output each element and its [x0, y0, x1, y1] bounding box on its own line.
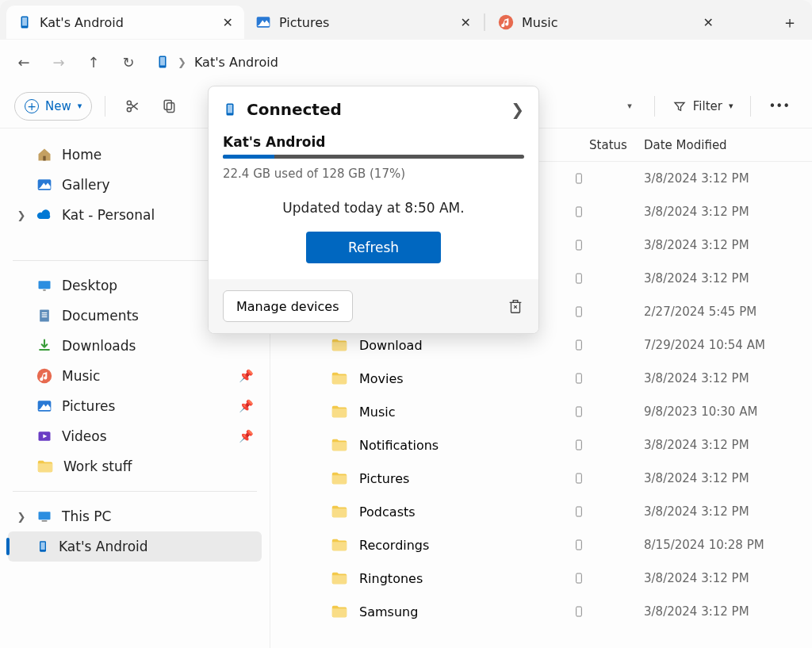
refresh-nav-button[interactable]: ↻ [113, 46, 144, 78]
home-icon [36, 147, 52, 163]
chevron-down-icon[interactable]: ▾ [627, 101, 632, 111]
chevron-right-icon[interactable]: ❯ [16, 511, 27, 523]
new-tab-button[interactable]: ＋ [774, 6, 806, 38]
up-button[interactable]: ↑ [78, 46, 109, 78]
phone-status-icon [573, 437, 585, 453]
file-status-cell [573, 204, 644, 220]
address-bar[interactable]: ❯ Kat's Android [155, 53, 278, 71]
phone-icon [223, 99, 237, 120]
col-status-header[interactable]: Status [573, 138, 644, 152]
phone-status-icon [573, 404, 585, 420]
tab-label: Kat's Android [40, 15, 124, 30]
file-status-cell [573, 237, 644, 253]
file-row[interactable]: Notifications3/8/2024 3:12 PM [270, 428, 812, 462]
storage-progress-fill [223, 155, 274, 159]
sidebar-item-label: Videos [62, 428, 107, 444]
folder-icon [36, 458, 54, 475]
file-date-cell: 8/15/2024 10:28 PM [644, 538, 802, 552]
file-row[interactable]: Samsung3/8/2024 3:12 PM [270, 595, 812, 628]
file-row[interactable]: Podcasts3/8/2024 3:12 PM [270, 495, 812, 528]
file-name-label: Movies [359, 371, 404, 386]
chevron-right-icon: ❯ [178, 56, 186, 68]
chevron-right-icon[interactable]: ❯ [16, 209, 27, 221]
tab-music[interactable]: Music ✕ [487, 6, 725, 39]
file-date-cell: 3/8/2024 3:12 PM [644, 471, 802, 485]
file-status-cell [573, 370, 644, 386]
phone-status-icon [573, 537, 585, 553]
file-name-label: Notifications [359, 438, 439, 453]
folder-icon [331, 603, 348, 620]
monitor-icon [36, 508, 52, 524]
phone-icon [155, 53, 170, 71]
cut-button[interactable] [118, 92, 147, 121]
chevron-right-icon[interactable]: ❯ [511, 100, 524, 119]
file-name-cell: Podcasts [280, 503, 573, 520]
sidebar-item-kats-android[interactable]: Kat's Android [8, 531, 262, 562]
nav-bar: ← → ↑ ↻ ❯ Kat's Android [0, 40, 812, 84]
manage-devices-button[interactable]: Manage devices [223, 290, 353, 322]
file-status-cell [573, 604, 644, 619]
col-date-header[interactable]: Date Modified [644, 138, 802, 152]
file-name-cell: Recordings [280, 536, 573, 554]
file-row[interactable]: Movies3/8/2024 3:12 PM [270, 362, 812, 395]
file-name-cell: Download [280, 336, 573, 354]
new-button[interactable]: + New ▾ [14, 92, 92, 121]
sidebar-item-pictures[interactable]: Pictures 📌 [8, 391, 262, 421]
popup-body: Kat's Android 22.4 GB used of 128 GB (17… [209, 134, 538, 279]
phone-icon [36, 538, 49, 555]
music-icon [498, 14, 514, 30]
file-date-cell: 9/8/2023 10:30 AM [644, 405, 802, 419]
sidebar-item-work-stuff[interactable]: Work stuff [8, 451, 262, 481]
pin-icon[interactable]: 📌 [239, 369, 254, 383]
file-date-cell: 3/8/2024 3:12 PM [644, 371, 802, 385]
sidebar-item-label: Gallery [62, 177, 110, 193]
file-status-cell [573, 304, 644, 320]
tab-strip: Kat's Android ✕ Pictures ✕ Music ✕ ＋ [0, 0, 812, 40]
phone-status-icon [573, 270, 585, 286]
close-icon[interactable]: ✕ [223, 15, 233, 30]
popup-header[interactable]: Connected ❯ [209, 86, 538, 134]
file-row[interactable]: Ringtones3/8/2024 3:12 PM [270, 562, 812, 595]
sidebar-item-label: Pictures [62, 398, 115, 414]
file-row[interactable]: Recordings8/15/2024 10:28 PM [270, 528, 812, 562]
file-row[interactable]: Music9/8/2023 10:30 AM [270, 395, 812, 428]
close-icon[interactable]: ✕ [461, 15, 471, 30]
sidebar-item-music[interactable]: Music 📌 [8, 361, 262, 391]
videos-icon [36, 428, 52, 444]
file-status-cell [573, 437, 644, 453]
filter-button[interactable]: Filter ▾ [665, 92, 741, 121]
close-icon[interactable]: ✕ [703, 15, 714, 30]
tab-pictures[interactable]: Pictures ✕ [244, 6, 482, 39]
file-name-cell: Music [280, 403, 573, 420]
file-row[interactable]: Pictures3/8/2024 3:12 PM [270, 462, 812, 495]
filter-icon [672, 99, 687, 113]
sidebar-item-downloads[interactable]: Downloads [8, 331, 262, 361]
pictures-icon [36, 398, 52, 414]
forward-button[interactable]: → [43, 46, 75, 78]
refresh-button[interactable]: Refresh [306, 232, 441, 263]
file-date-cell: 3/8/2024 3:12 PM [644, 604, 802, 619]
sidebar-item-label: Work stuff [63, 458, 132, 474]
tab-kats-android[interactable]: Kat's Android ✕ [6, 6, 244, 39]
pin-icon[interactable]: 📌 [239, 429, 254, 443]
pin-icon[interactable]: 📌 [239, 399, 254, 413]
new-label: New [45, 99, 71, 113]
folder-icon [331, 436, 348, 454]
sidebar-item-label: Kat's Android [59, 539, 148, 554]
sidebar-item-videos[interactable]: Videos 📌 [8, 421, 262, 451]
folder-icon [331, 569, 348, 587]
file-date-cell: 3/8/2024 3:12 PM [644, 171, 802, 186]
sidebar-item-label: Kat - Personal [62, 207, 155, 223]
plus-icon: + [25, 99, 39, 113]
file-date-cell: 2/27/2024 5:45 PM [644, 305, 802, 319]
copy-button[interactable] [155, 92, 183, 121]
download-icon [36, 338, 52, 354]
sidebar-item-this-pc[interactable]: ❯ This PC [8, 501, 262, 531]
recycle-bin-icon[interactable] [507, 297, 524, 315]
more-button[interactable]: ••• [760, 92, 798, 121]
file-status-cell [573, 404, 644, 420]
filter-label: Filter [693, 99, 722, 113]
file-name-label: Music [359, 405, 396, 420]
pictures-icon [255, 14, 271, 30]
back-button[interactable]: ← [8, 46, 40, 78]
